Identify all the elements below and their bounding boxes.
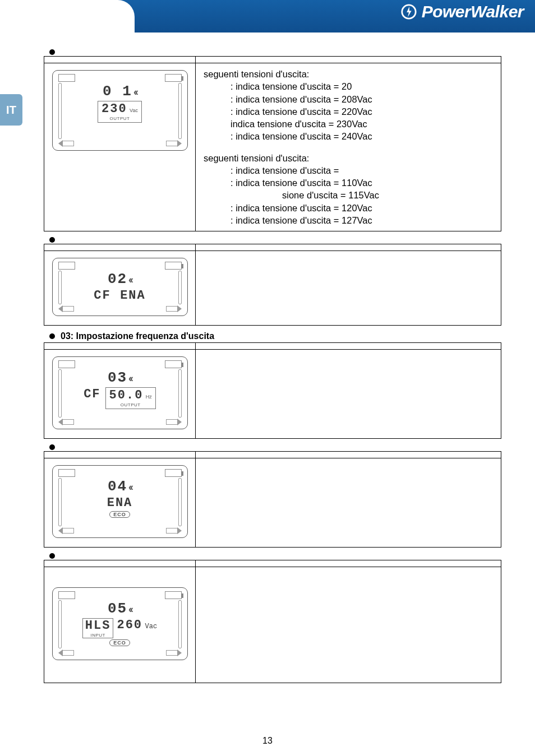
- lcd-value: 230: [102, 102, 127, 116]
- level-bar-left: [58, 83, 62, 139]
- section-heading: 03: Impostazione frequenza d'uscita: [61, 331, 214, 341]
- lcd-sublabel: OUTPUT: [102, 116, 138, 121]
- description-cell: [196, 567, 501, 683]
- language-code: IT: [6, 104, 16, 117]
- battery-icon: [165, 74, 182, 82]
- setting-table: 0 1‹‹ 230 Vac OUTPUT: [44, 56, 501, 231]
- bullet-icon: [49, 444, 55, 450]
- level-bar-right: [178, 369, 182, 418]
- plug-icon: [58, 360, 75, 368]
- setting-table: 05‹‹ HLS INPUT 260 V: [44, 560, 501, 683]
- arrow-right-icon: [166, 650, 182, 656]
- battery-icon: [165, 591, 182, 599]
- lcd-sublabel: OUTPUT: [109, 402, 152, 407]
- lcd-value: 50.0: [109, 388, 144, 402]
- header-left-curve: [0, 0, 135, 33]
- lcd-value: 260: [117, 618, 142, 632]
- section-bullet-row: [49, 237, 501, 243]
- lcd-unit: Vac: [145, 623, 158, 630]
- lcd-display: 03‹‹ CF 50.0 Hz OUTPUT: [52, 356, 188, 429]
- lcd-display: 05‹‹ HLS INPUT 260 V: [52, 587, 188, 660]
- lcd-left-box: HLS INPUT: [82, 618, 114, 638]
- lcd-cell: 0 1‹‹ 230 Vac OUTPUT: [44, 63, 196, 231]
- desc-line: : indica tensione d'uscita = 110Vac: [204, 177, 493, 189]
- chevron-icon: ‹‹: [128, 481, 132, 493]
- lcd-cell: 04‹‹ ENA ECO: [44, 458, 196, 548]
- page-content: 0 1‹‹ 230 Vac OUTPUT: [0, 33, 535, 683]
- setting-table: 04‹‹ ENA ECO: [44, 451, 501, 548]
- arrow-left-icon: [58, 527, 74, 534]
- lcd-left: CF: [84, 387, 100, 401]
- plug-icon: [58, 74, 75, 82]
- lcd-left: HLS: [85, 619, 111, 633]
- description-cell: [196, 251, 501, 326]
- chevron-icon: ‹‹: [128, 274, 132, 285]
- description-cell: [196, 350, 501, 439]
- section-bullet-row: 03: Impostazione frequenza d'uscita: [49, 331, 501, 341]
- section-bullet-row: [49, 49, 501, 55]
- desc-line: : indica tensione d'uscita =: [204, 164, 493, 177]
- plug-icon: [58, 469, 75, 477]
- arrow-right-icon: [166, 140, 182, 147]
- chevron-icon: ‹‹: [128, 604, 132, 615]
- lcd-top: 05: [108, 600, 127, 617]
- desc-line: seguenti tensioni d'uscita:: [204, 152, 493, 164]
- lcd-top: 04: [108, 478, 127, 495]
- lcd-cell: 05‹‹ HLS INPUT 260 V: [44, 567, 196, 683]
- lcd-display: 0 1‹‹ 230 Vac OUTPUT: [52, 70, 188, 151]
- bullet-icon: [49, 333, 55, 339]
- page-number: 13: [0, 736, 535, 746]
- section-bullet-row: [49, 444, 501, 450]
- setting-table: 03‹‹ CF 50.0 Hz OUTPUT: [44, 342, 501, 439]
- lcd-top: 03: [108, 369, 127, 386]
- page-header: PowerWalker: [0, 0, 535, 33]
- battery-icon: [165, 469, 182, 477]
- eco-badge: ECO: [109, 639, 130, 646]
- desc-line: : indica tensione d'uscita = 120Vac: [204, 202, 493, 214]
- level-bar-right: [178, 600, 182, 648]
- level-bar-left: [58, 271, 62, 304]
- lcd-value-box: 50.0 Hz OUTPUT: [105, 387, 156, 409]
- lcd-value-box: 230 Vac OUTPUT: [98, 101, 142, 123]
- desc-line: : indica tensione d'uscita = 127Vac: [204, 214, 493, 226]
- level-bar-left: [58, 369, 62, 418]
- desc-line: : indica tensione d'uscita = 220Vac: [204, 105, 493, 118]
- lcd-unit: Hz: [146, 394, 152, 400]
- desc-line: seguenti tensioni d'uscita:: [204, 68, 493, 80]
- arrow-left-icon: [58, 419, 74, 425]
- bullet-icon: [49, 553, 55, 559]
- lcd-left: CF: [94, 289, 110, 303]
- description-cell: [196, 458, 501, 548]
- bullet-icon: [49, 49, 55, 55]
- plug-icon: [58, 262, 75, 270]
- battery-icon: [165, 262, 182, 270]
- battery-icon: [165, 360, 182, 368]
- desc-line: [204, 143, 493, 152]
- section-bullet-row: [49, 553, 501, 559]
- level-bar-right: [178, 271, 182, 304]
- setting-table: 02‹‹ CF ENA: [44, 244, 501, 326]
- lcd-cell: 03‹‹ CF 50.0 Hz OUTPUT: [44, 350, 196, 439]
- lcd-display: 02‹‹ CF ENA: [52, 258, 188, 316]
- arrow-right-icon: [166, 305, 182, 312]
- lcd-unit: Vac: [130, 108, 138, 113]
- chevron-icon: ‹‹: [133, 86, 137, 98]
- brand-logo: PowerWalker: [400, 2, 524, 21]
- lcd-top: 02: [108, 271, 127, 287]
- arrow-right-icon: [166, 527, 182, 534]
- level-bar-left: [58, 600, 62, 648]
- level-bar-right: [178, 478, 182, 526]
- eco-badge: ECO: [109, 511, 130, 518]
- language-tab: IT: [0, 94, 22, 126]
- level-bar-right: [178, 83, 182, 139]
- power-icon: [400, 3, 417, 20]
- bullet-icon: [49, 237, 55, 243]
- desc-line: : indica tensione d'uscita = 240Vac: [204, 130, 493, 142]
- lcd-cell: 02‹‹ CF ENA: [44, 251, 196, 326]
- arrow-left-icon: [58, 140, 74, 147]
- level-bar-left: [58, 478, 62, 526]
- lcd-top: 0 1: [103, 83, 132, 100]
- lcd-left-sublabel: INPUT: [85, 633, 111, 638]
- brand-text: PowerWalker: [422, 2, 524, 21]
- desc-line: : indica tensione d'uscita = 208Vac: [204, 93, 493, 105]
